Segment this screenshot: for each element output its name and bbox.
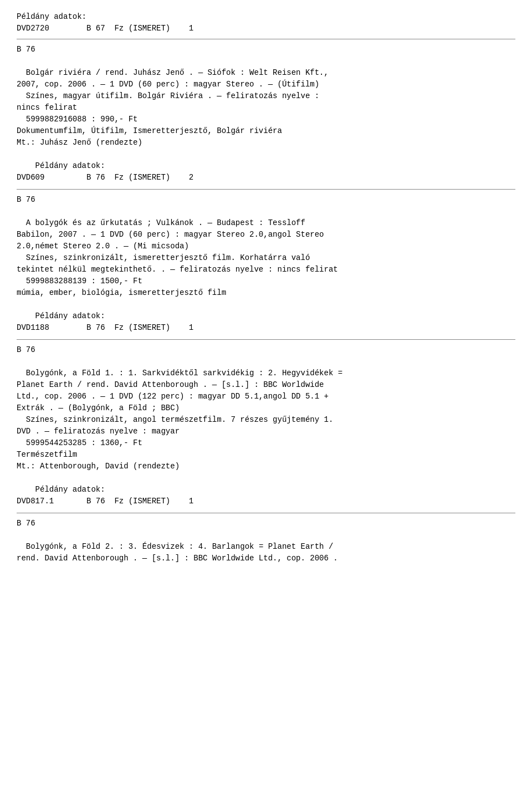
divider-1	[17, 189, 515, 190]
body-line: 2007, cop. 2006 . — 1 DVD (60 perc) : ma…	[17, 79, 515, 90]
body-line: rend. David Attenborough . — [s.l.] : BB…	[17, 553, 515, 564]
exemplary-data-2: DVD1188 B 76 Fz (ISMERET) 1	[17, 322, 515, 334]
body-line: Babilon, 2007 . — 1 DVD (60 perc) : magy…	[17, 229, 515, 241]
body-line: Bolgár riviéra / rend. Juhász Jenő . — S…	[17, 67, 515, 79]
exemplary-label-1: Példány adatok:	[17, 160, 515, 172]
classification-1: B 76	[17, 44, 515, 55]
body-line: 5999544253285 : 1360,- Ft	[17, 437, 515, 449]
body-3: Bolygónk, a Föld 1. : 1. Sarkvidéktől sa…	[17, 368, 515, 472]
classification-2: B 76	[17, 194, 515, 206]
body-4: Bolygónk, a Föld 2. : 3. Édesvizek : 4. …	[17, 541, 515, 564]
page-content: Példány adatok: DVD2720 B 67 Fz (ISMERET…	[17, 11, 515, 564]
body-line: nincs felirat	[17, 102, 515, 114]
section-exemplary-intro: Példány adatok: DVD2720 B 67 Fz (ISMERET…	[17, 11, 515, 34]
body-line: Ltd., cop. 2006 . — 1 DVD (122 perc) : m…	[17, 391, 515, 402]
classification-3: B 76	[17, 344, 515, 356]
body-line: Természetfilm	[17, 449, 515, 461]
body-line: Színes, magyar útifilm. Bolgár Riviéra .…	[17, 90, 515, 102]
body-line: Színes, szinkronizált, angol természetfi…	[17, 414, 515, 426]
classification-4: B 76	[17, 518, 515, 529]
body-line: Mt.: Juhász Jenő (rendezte)	[17, 137, 515, 149]
section-bolgar-riviera: B 76 Bolgár riviéra / rend. Juhász Jenő …	[17, 44, 515, 183]
body-line: Extrák . — (Bolygónk, a Föld ; BBC)	[17, 402, 515, 414]
exemplary-data-intro: DVD2720 B 67 Fz (ISMERET) 1	[17, 23, 515, 34]
exemplary-data-1: DVD609 B 76 Fz (ISMERET) 2	[17, 172, 515, 183]
section-bolygok: B 76 A bolygók és az űrkutatás ; Vulkáno…	[17, 194, 515, 334]
body-1: Bolgár riviéra / rend. Juhász Jenő . — S…	[17, 67, 515, 149]
section-bolygonk-1: B 76 Bolygónk, a Föld 1. : 1. Sarkvidékt…	[17, 344, 515, 507]
body-line: Bolygónk, a Föld 2. : 3. Édesvizek : 4. …	[17, 541, 515, 553]
body-line: Dokumentumfilm, Útifilm, Ismeretterjeszt…	[17, 125, 515, 137]
body-line: 5999883288139 : 1500,- Ft	[17, 275, 515, 287]
body-2: A bolygók és az űrkutatás ; Vulkánok . —…	[17, 217, 515, 299]
body-line: Színes, szinkronizált, ismeretterjesztő …	[17, 252, 515, 264]
body-line: 2.0,német Stereo 2.0 . — (Mi micsoda)	[17, 241, 515, 252]
body-line: DVD . — feliratozás nyelve : magyar	[17, 426, 515, 437]
divider-0	[17, 39, 515, 39]
divider-2	[17, 339, 515, 340]
divider-3	[17, 513, 515, 513]
body-line: Bolygónk, a Föld 1. : 1. Sarkvidéktől sa…	[17, 368, 515, 379]
exemplary-label-2: Példány adatok:	[17, 310, 515, 322]
body-line: Planet Earth / rend. David Attenborough …	[17, 379, 515, 391]
body-line: 5999882916088 : 990,- Ft	[17, 114, 515, 125]
body-line: Mt.: Attenborough, David (rendezte)	[17, 461, 515, 472]
section-bolygonk-2: B 76 Bolygónk, a Föld 2. : 3. Édesvizek …	[17, 518, 515, 564]
exemplary-data-3: DVD817.1 B 76 Fz (ISMERET) 1	[17, 496, 515, 507]
body-line: múmia, ember, biológia, ismeretterjesztő…	[17, 287, 515, 299]
body-line: A bolygók és az űrkutatás ; Vulkánok . —…	[17, 217, 515, 229]
body-line: tekintet nélkül megtekinthető. . — felir…	[17, 264, 515, 275]
exemplary-label-intro: Példány adatok:	[17, 11, 515, 23]
exemplary-label-3: Példány adatok:	[17, 484, 515, 496]
